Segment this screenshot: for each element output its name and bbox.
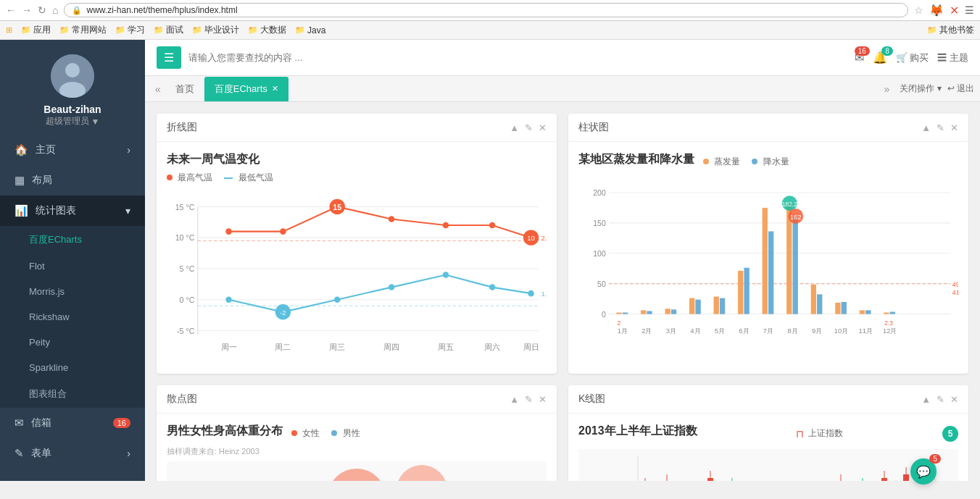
- svg-text:8月: 8月: [787, 327, 797, 335]
- scatter-header-row: 男性女性身高体重分布 女性 男性: [167, 424, 547, 443]
- mail-notification-button[interactable]: ✉ 16: [855, 51, 864, 64]
- sidebar-item-layout[interactable]: ▦ 布局: [0, 165, 145, 196]
- line-chart-edit-icon[interactable]: ✎: [525, 122, 533, 133]
- bar-chart-up-icon[interactable]: ▲: [921, 122, 931, 133]
- k-chart-preview: [578, 449, 958, 481]
- max-temp-point-5: [443, 222, 449, 229]
- search-input[interactable]: [188, 52, 847, 63]
- line-chart-up-icon[interactable]: ▲: [510, 122, 519, 133]
- bm-common[interactable]: 📁常用网站: [59, 24, 107, 36]
- svg-text:182.2: 182.2: [782, 201, 797, 208]
- svg-text:周三: 周三: [329, 343, 345, 351]
- line-chart-legend: 最高气温 最低气温: [167, 172, 547, 184]
- svg-text:9月: 9月: [812, 327, 822, 335]
- bar-chart-close-icon[interactable]: ✕: [950, 122, 958, 133]
- evaporation-legend-dot: [703, 159, 709, 164]
- tabs-nav-back[interactable]: «: [151, 83, 165, 95]
- close-action-button[interactable]: 关闭操作 ▾: [900, 83, 941, 95]
- bell-notification-button[interactable]: 🔔 8: [873, 51, 887, 64]
- bar-chart-edit-icon[interactable]: ✎: [937, 122, 944, 133]
- k-chart-edit-icon[interactable]: ✎: [937, 394, 944, 405]
- menu-toggle-button[interactable]: ☰: [157, 46, 181, 69]
- scatter-chart-edit-icon[interactable]: ✎: [525, 394, 533, 405]
- star-icon[interactable]: ☆: [914, 4, 923, 16]
- theme-button[interactable]: ☰ 主题: [937, 51, 968, 64]
- home-button[interactable]: ⌂: [52, 4, 58, 16]
- submenu-sparkline[interactable]: Sparkline: [0, 355, 145, 380]
- refresh-button[interactable]: ↻: [38, 4, 46, 16]
- bm-bigdata[interactable]: 📁大数据: [248, 24, 286, 36]
- submenu-chart-combo[interactable]: 图表组合: [0, 380, 145, 408]
- bar-chart-header: 柱状图 ▲ ✎ ✕: [568, 114, 968, 142]
- svg-text:周二: 周二: [275, 343, 291, 351]
- chat-button[interactable]: 💬 5: [910, 458, 937, 481]
- min-temp-point-3: [334, 296, 341, 303]
- tab-close-button[interactable]: ✕: [272, 84, 278, 93]
- forward-button[interactable]: →: [22, 4, 32, 16]
- svg-rect-61: [811, 285, 816, 314]
- k-chart-up-icon[interactable]: ▲: [921, 394, 931, 405]
- svg-text:周日: 周日: [523, 343, 539, 351]
- svg-rect-49: [714, 297, 719, 314]
- k-chart-header-row: 2013年上半年上证指数 ⊓ 上证指数 5: [578, 424, 958, 443]
- sidebar-item-mail[interactable]: ✉ 信箱 16: [0, 408, 145, 438]
- svg-text:6月: 6月: [739, 327, 749, 335]
- scatter-chart-close-icon[interactable]: ✕: [539, 394, 547, 405]
- svg-rect-47: [689, 298, 694, 314]
- submenu-baidu-echarts[interactable]: 百度ECharts: [0, 226, 145, 253]
- svg-text:周六: 周六: [484, 343, 500, 351]
- bookmarks-bar: ⊞ 📁应用 📁常用网站 📁学习 📁面试 📁毕业设计 📁大数据 📁Java 📁其他…: [0, 21, 980, 40]
- k-chart-legend-icon: ⊓: [796, 428, 804, 440]
- mail-count-badge: 16: [855, 46, 870, 56]
- line-chart-close-icon[interactable]: ✕: [539, 122, 547, 133]
- close-x-icon: ✕: [950, 4, 959, 17]
- submenu-rickshaw[interactable]: Rickshaw: [0, 304, 145, 330]
- bm-interview[interactable]: 📁面试: [154, 24, 183, 36]
- top-header: ☰ ✉ 16 🔔 8 🛒 购买 ☰ 主题: [145, 40, 980, 76]
- scatter-chart-body: 男性女性身高体重分布 女性 男性 抽样调查来自: He: [157, 414, 557, 481]
- max-temp-point-4: [389, 216, 395, 222]
- svg-text:41.63: 41.63: [952, 288, 958, 296]
- submenu-peity[interactable]: Peity: [0, 330, 145, 355]
- bar-chart-main-title: 某地区蒸发量和降水量: [578, 152, 694, 167]
- logout-button[interactable]: ↩ 退出: [947, 83, 974, 95]
- scatter-chart-title-label: 散点图: [167, 393, 197, 406]
- buy-button[interactable]: 🛒 购买: [896, 51, 929, 64]
- charts-arrow: ▾: [125, 205, 130, 217]
- menu-icon[interactable]: ☰: [965, 4, 974, 16]
- bm-graduation[interactable]: 📁毕业设计: [192, 24, 239, 36]
- sidebar-item-home[interactable]: 🏠 主页 ›: [0, 135, 145, 165]
- scatter-chart-up-icon[interactable]: ▲: [510, 394, 519, 405]
- tab-baidu-echarts[interactable]: 百度ECharts ✕: [204, 77, 288, 101]
- sidebar: Beaut-zihan 超级管理员 ▼ 🏠 主页 › ▦ 布局: [0, 40, 145, 481]
- role-label[interactable]: 超级管理员 ▼: [46, 115, 100, 127]
- sidebar-item-charts[interactable]: 📊 统计图表 ▾: [0, 196, 145, 226]
- submenu-flot[interactable]: Flot: [0, 253, 145, 279]
- svg-text:2.14: 2.14: [541, 234, 547, 242]
- right-panel: ☰ ✉ 16 🔔 8 🛒 购买 ☰ 主题: [145, 40, 980, 481]
- svg-rect-69: [890, 311, 895, 314]
- submenu-morris[interactable]: Morris.js: [0, 279, 145, 304]
- tabs-nav-forward[interactable]: »: [880, 83, 894, 95]
- bm-other[interactable]: 📁其他书签: [927, 24, 974, 36]
- bm-study[interactable]: 📁学习: [115, 24, 145, 36]
- firefox-icon: 🦊: [929, 4, 944, 17]
- svg-text:周五: 周五: [438, 343, 454, 351]
- max-temp-line: [229, 206, 531, 238]
- scatter-legend: 女性 男性: [291, 427, 360, 440]
- url-text: www.zi-han.net/theme/hplus/index.html: [86, 5, 237, 15]
- svg-text:周四: 周四: [383, 343, 399, 351]
- svg-rect-53: [763, 208, 768, 314]
- tab-home[interactable]: 首页: [165, 77, 204, 101]
- layout-label: 布局: [32, 174, 52, 187]
- bm-apps[interactable]: 📁应用: [21, 24, 51, 36]
- url-box[interactable]: 🔒 www.zi-han.net/theme/hplus/index.html: [64, 3, 908, 17]
- bar-chart-body: 某地区蒸发量和降水量 蒸发量 降水量: [568, 142, 968, 357]
- k-chart-close-icon[interactable]: ✕: [950, 394, 958, 405]
- back-button[interactable]: ←: [6, 4, 16, 16]
- form-label: 表单: [31, 447, 51, 460]
- svg-text:2月: 2月: [641, 327, 652, 335]
- bm-java[interactable]: 📁Java: [295, 25, 325, 35]
- mail-badge: 16: [113, 418, 130, 428]
- sidebar-item-form[interactable]: ✎ 表单 ›: [0, 438, 145, 469]
